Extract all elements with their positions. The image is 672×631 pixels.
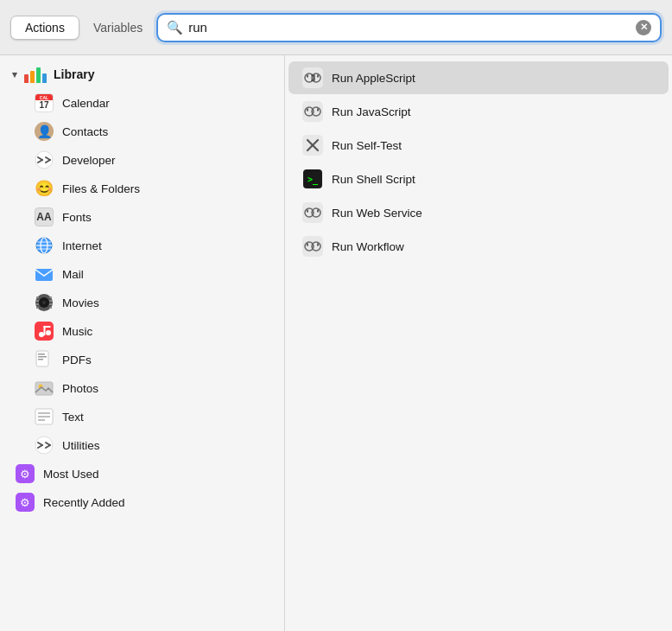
result-item-label: Run Self-Test: [332, 139, 402, 152]
sidebar-item-calendar[interactable]: CAL 17 Calendar: [3, 89, 281, 117]
library-label: Library: [54, 67, 94, 81]
sidebar-item-contacts[interactable]: 👤 Contacts: [3, 118, 281, 145]
contacts-icon: 👤: [35, 122, 54, 141]
sidebar-item-text[interactable]: Text: [3, 403, 281, 430]
sidebar-item-label: Text: [62, 411, 84, 424]
pdfs-icon: [35, 350, 54, 369]
result-item-run-self-test[interactable]: Run Self-Test: [288, 129, 669, 162]
sidebar-item-label: Photos: [62, 382, 98, 395]
run-workflow-icon: [302, 236, 323, 257]
utilities-icon: [35, 436, 54, 455]
header-bar: Actions Variables 🔍 ✕: [0, 0, 672, 55]
sidebar-item-label: Most Used: [43, 468, 99, 481]
developer-icon: [35, 150, 54, 169]
sidebar-item-label: Files & Folders: [62, 182, 140, 195]
svg-point-24: [46, 330, 51, 335]
tab-variables[interactable]: Variables: [86, 16, 149, 39]
terminal-icon: >_: [303, 169, 322, 188]
sidebar-item-pdfs[interactable]: PDFs: [3, 346, 281, 373]
sidebar-item-label: Recently Added: [43, 496, 125, 509]
app-window: Actions Variables 🔍 ✕ ▾ Library: [0, 0, 672, 631]
photos-icon: [35, 379, 54, 398]
calendar-icon: CAL 17: [35, 93, 54, 112]
sidebar: ▾ Library CAL 17 Calendar: [0, 55, 285, 631]
result-item-label: Run Workflow: [332, 240, 404, 253]
run-web-service-icon: [302, 202, 323, 223]
main-content: ▾ Library CAL 17 Calendar: [0, 55, 672, 631]
most-used-icon: ⚙: [16, 464, 35, 483]
svg-rect-18: [49, 296, 52, 298]
result-item-run-web-service[interactable]: Run Web Service: [288, 196, 669, 229]
result-item-run-workflow[interactable]: Run Workflow: [288, 230, 669, 263]
sidebar-item-utilities[interactable]: Utilities: [3, 431, 281, 459]
sidebar-item-label: PDFs: [62, 354, 92, 366]
svg-rect-26: [44, 326, 51, 328]
run-self-test-icon: [302, 135, 323, 156]
sidebar-item-developer[interactable]: Developer: [3, 146, 281, 174]
svg-rect-19: [49, 300, 52, 302]
sidebar-item-mail[interactable]: Mail: [3, 260, 281, 288]
svg-rect-28: [38, 354, 45, 355]
internet-icon: [35, 236, 54, 255]
result-item-run-javascript[interactable]: Run JavaScript: [288, 95, 669, 128]
mail-icon: [35, 265, 54, 284]
sidebar-item-label: Music: [62, 325, 92, 338]
sidebar-item-music[interactable]: Music: [3, 317, 281, 345]
movies-icon: [35, 293, 54, 312]
result-item-label: Run AppleScript: [332, 72, 415, 85]
search-input[interactable]: [188, 20, 631, 35]
run-applescript-icon: [302, 67, 323, 88]
result-item-label: Run Web Service: [332, 207, 422, 220]
recently-added-icon: ⚙: [16, 493, 35, 512]
sidebar-item-label: Developer: [62, 154, 116, 167]
files-folders-icon: 😊: [35, 179, 54, 198]
search-clear-button[interactable]: ✕: [636, 20, 651, 35]
sidebar-item-label: Mail: [62, 268, 84, 281]
sidebar-item-files-folders[interactable]: 😊 Files & Folders: [3, 175, 281, 202]
sidebar-item-internet[interactable]: Internet: [3, 232, 281, 259]
result-item-run-applescript[interactable]: Run AppleScript: [288, 61, 669, 94]
library-section-header[interactable]: ▾ Library: [0, 61, 284, 88]
sidebar-item-most-used[interactable]: ⚙ Most Used: [3, 460, 281, 488]
svg-point-23: [39, 332, 44, 337]
sidebar-item-label: Utilities: [62, 439, 100, 452]
collapse-arrow-icon: ▾: [12, 69, 17, 80]
svg-rect-20: [49, 303, 52, 305]
sidebar-item-label: Fonts: [62, 211, 92, 224]
sidebar-item-label: Calendar: [62, 97, 110, 110]
run-shell-script-icon: >_: [302, 169, 323, 189]
svg-rect-16: [36, 303, 39, 305]
sidebar-item-fonts[interactable]: AA Fonts: [3, 203, 281, 231]
sidebar-item-photos[interactable]: Photos: [3, 374, 281, 402]
svg-rect-10: [35, 269, 53, 281]
result-item-label: Run JavaScript: [332, 105, 411, 118]
result-item-run-shell-script[interactable]: >_ Run Shell Script: [288, 163, 669, 195]
svg-rect-17: [36, 307, 39, 309]
sidebar-item-label: Movies: [62, 296, 99, 309]
sidebar-item-movies[interactable]: Movies: [3, 289, 281, 316]
search-bar: 🔍 ✕: [156, 13, 662, 42]
svg-rect-30: [38, 359, 43, 360]
music-icon: [35, 322, 54, 341]
text-icon: [35, 407, 54, 426]
search-icon: 🔍: [167, 20, 183, 35]
svg-rect-15: [36, 300, 39, 302]
result-item-label: Run Shell Script: [332, 173, 415, 186]
sidebar-item-label: Contacts: [62, 125, 108, 138]
results-panel: Run AppleScript Run JavaScript: [285, 55, 672, 631]
sidebar-item-recently-added[interactable]: ⚙ Recently Added: [3, 488, 281, 516]
tab-actions[interactable]: Actions: [10, 16, 79, 40]
svg-rect-21: [49, 307, 52, 309]
svg-point-13: [42, 301, 46, 304]
run-javascript-icon: [302, 101, 323, 122]
svg-rect-29: [38, 356, 47, 358]
svg-rect-14: [36, 296, 39, 298]
sidebar-item-label: Internet: [62, 239, 102, 252]
fonts-icon: AA: [35, 207, 54, 226]
library-icon: [24, 66, 47, 83]
